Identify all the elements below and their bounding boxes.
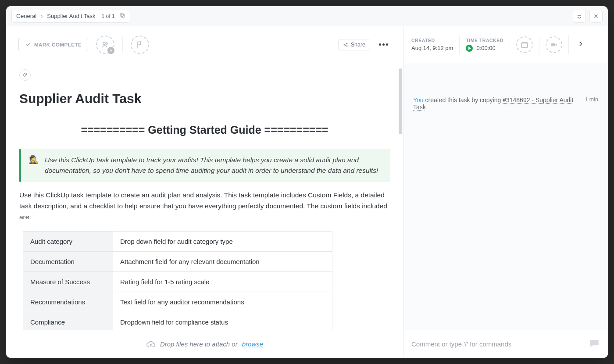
task-title[interactable]: Supplier Audit Task	[19, 91, 390, 106]
breadcrumb-count: 1 of 1	[102, 13, 115, 19]
expand-panel-button[interactable]	[575, 38, 586, 51]
activity-action: created this task by copying	[424, 96, 503, 103]
attachment-dropzone[interactable]: Drop files here to attach or browse	[6, 330, 403, 358]
table-row: ComplianceDropdown field for compliance …	[23, 312, 332, 330]
breadcrumb-root[interactable]: General	[16, 13, 36, 19]
callout-block: 🕵️ Use this ClickUp task template to tra…	[19, 149, 390, 182]
chevron-right-icon: ›	[41, 13, 43, 19]
start-timer-button[interactable]	[466, 45, 473, 52]
add-tag-button[interactable]	[19, 69, 31, 81]
guide-heading: ========== Getting Started Guide =======…	[19, 124, 390, 136]
svg-rect-0	[121, 14, 124, 17]
comment-input[interactable]	[411, 340, 584, 348]
minimize-button[interactable]	[573, 10, 586, 23]
description-paragraph: Use this ClickUp task template to create…	[19, 190, 390, 222]
field-desc-cell: Attachment field for any relevant docume…	[113, 252, 332, 272]
dropzone-text: Drop files here to attach or	[160, 340, 238, 348]
time-tracked-label: TIME TRACKED	[466, 38, 503, 43]
time-tracked-value: 0:00:00	[476, 45, 495, 51]
close-button[interactable]	[589, 10, 603, 23]
custom-fields-table: Audit categoryDrop down field for audit …	[23, 231, 332, 330]
cloud-upload-icon	[146, 339, 156, 349]
field-name-cell: Compliance	[23, 312, 113, 330]
assignee-add-button[interactable]: +	[96, 36, 114, 54]
breadcrumb-task[interactable]: Supplier Audit Task	[47, 13, 95, 19]
table-row: Audit categoryDrop down field for audit …	[23, 232, 332, 252]
field-desc-cell: Text field for any auditor recommendatio…	[113, 292, 332, 312]
record-clip-button[interactable]	[546, 36, 562, 53]
field-name-cell: Recommendations	[23, 292, 113, 312]
due-date-button[interactable]	[516, 36, 533, 53]
share-button[interactable]: Share	[338, 39, 370, 50]
callout-text: Use this ClickUp task template to track …	[45, 155, 382, 176]
task-action-bar: MARK COMPLETE + Share	[6, 26, 403, 63]
task-content-scroll[interactable]: Supplier Audit Task ========== Getting S…	[6, 63, 403, 330]
time-tracked-meta: TIME TRACKED 0:00:00	[466, 38, 503, 52]
task-meta-bar: CREATED Aug 14, 9:12 pm TIME TRACKED 0:0…	[403, 26, 608, 63]
priority-button[interactable]	[131, 36, 149, 54]
svg-point-5	[346, 43, 347, 44]
divider	[568, 35, 569, 54]
table-row: RecommendationsText field for any audito…	[23, 292, 332, 312]
field-desc-cell: Dropdown field for compliance status	[113, 312, 332, 330]
detective-icon: 🕵️	[29, 155, 39, 176]
activity-feed: 1 min You created this task by copying #…	[403, 63, 608, 330]
divider	[539, 35, 539, 54]
scrollbar-thumb[interactable]	[399, 68, 402, 134]
activity-actor[interactable]: You	[413, 96, 424, 103]
share-label: Share	[351, 42, 365, 48]
divider	[459, 35, 460, 54]
created-value: Aug 14, 9:12 pm	[411, 45, 453, 51]
svg-rect-9	[551, 43, 555, 46]
divider	[122, 36, 123, 53]
svg-point-4	[344, 44, 345, 45]
task-modal: General › Supplier Audit Task 1 of 1 MAR…	[6, 6, 608, 358]
created-meta: CREATED Aug 14, 9:12 pm	[411, 38, 453, 51]
svg-rect-1	[120, 13, 123, 16]
svg-rect-8	[521, 43, 527, 48]
breadcrumb-bar: General › Supplier Audit Task 1 of 1	[6, 6, 608, 26]
created-label: CREATED	[411, 38, 453, 43]
comment-bar	[403, 330, 608, 358]
svg-point-7	[25, 74, 26, 75]
field-desc-cell: Rating field for 1-5 rating scale	[113, 272, 332, 292]
copy-link-icon[interactable]	[119, 12, 125, 20]
field-name-cell: Documentation	[23, 252, 113, 272]
field-desc-cell: Drop down field for audit category type	[113, 232, 332, 252]
svg-point-6	[346, 46, 347, 46]
breadcrumb: General › Supplier Audit Task 1 of 1	[11, 10, 130, 23]
activity-entry: 1 min You created this task by copying #…	[413, 96, 598, 111]
plus-icon: +	[107, 47, 114, 54]
comment-icon	[589, 338, 600, 351]
field-name-cell: Measure of Success	[23, 272, 113, 292]
activity-time: 1 min	[585, 96, 598, 103]
divider	[510, 35, 510, 54]
browse-link[interactable]: browse	[242, 340, 263, 348]
mark-complete-label: MARK COMPLETE	[34, 42, 82, 47]
svg-point-2	[103, 42, 105, 44]
more-menu-button[interactable]	[376, 41, 391, 48]
mark-complete-button[interactable]: MARK COMPLETE	[18, 38, 88, 51]
table-row: Measure of SuccessRating field for 1-5 r…	[23, 272, 332, 292]
table-row: DocumentationAttachment field for any re…	[23, 252, 332, 272]
svg-point-3	[106, 42, 107, 44]
field-name-cell: Audit category	[23, 232, 113, 252]
